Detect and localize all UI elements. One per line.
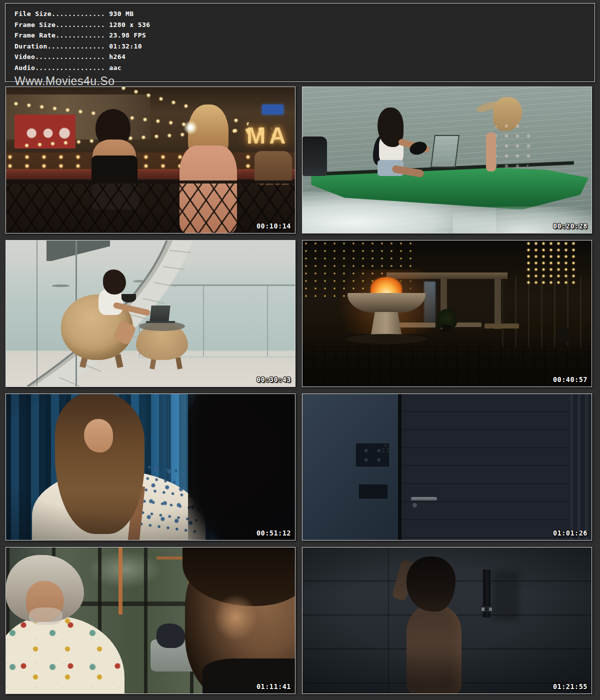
bar-counter	[6, 169, 295, 179]
scene-two-men	[6, 548, 295, 694]
bench	[453, 322, 482, 328]
passenger-red-dress	[492, 122, 531, 174]
laptop-screen	[150, 306, 170, 322]
vignette	[302, 548, 592, 694]
screenshot-thumbnail-7: 01:11:41	[6, 547, 296, 694]
screenshot-thumbnail-1: MA 00:10:14	[6, 86, 296, 234]
blue-sign	[262, 104, 284, 114]
timestamp-overlay: 01:21:55	[553, 682, 588, 690]
orange-window-frame	[118, 548, 122, 614]
info-line-video: Video................. h264	[14, 52, 594, 62]
woman-dark-hair	[103, 270, 126, 294]
wooden-door	[402, 394, 569, 540]
scene-dark-door	[302, 394, 592, 540]
scene-night-market: MA	[6, 87, 295, 233]
scene-shower	[302, 548, 592, 694]
stone-wall	[502, 277, 592, 347]
media-info-box: File Size............. 930 MB Frame Size…	[5, 3, 595, 82]
site-watermark: Www.Movies4u.So	[14, 74, 594, 88]
info-line-frame-size: Frame Size............ 1280 x 536	[14, 20, 594, 30]
screenshot-thumbnail-5: 00:51:12	[6, 394, 296, 540]
scene-woman-blouse	[6, 394, 295, 540]
screenshot-thumbnail-2: 00:20:28	[302, 86, 592, 234]
door-frame-shadow	[398, 394, 402, 540]
outboard-motor	[302, 136, 327, 176]
info-line-audio: Audio................. aac	[14, 62, 594, 74]
screenshot-thumbnail-8: 01:21:55	[302, 547, 592, 694]
leather-bag	[254, 151, 292, 184]
media-preview-sheet: { "page": { "background": "#2f2f2f" }, "…	[0, 0, 600, 700]
planter-ring	[346, 334, 427, 344]
phone-flash-glow	[184, 120, 198, 134]
dark-bag	[156, 624, 186, 648]
timestamp-overlay: 01:11:41	[256, 682, 291, 690]
timestamp-overlay: 00:20:28	[553, 222, 588, 230]
bedroom-wall	[302, 394, 398, 540]
scene-motorboat	[302, 87, 592, 233]
boat-windshield	[430, 135, 460, 168]
info-line-duration: Duration.............. 01:32:10	[14, 41, 594, 52]
info-line-file-size: File Size............. 930 MB	[14, 8, 594, 20]
foreground-man-cheek	[214, 594, 258, 640]
lower-switch-panel	[359, 484, 388, 498]
timestamp-overlay: 00:40:57	[553, 376, 588, 384]
blond-man-stubble	[29, 608, 62, 625]
brick-pavement	[302, 346, 592, 386]
scene-balcony	[6, 240, 295, 386]
screenshot-thumbnail-6: 01:01:26	[302, 394, 592, 540]
vignette	[6, 394, 295, 540]
door-handle	[411, 497, 437, 501]
bench	[484, 324, 519, 328]
timestamp-overlay: 01:01:26	[553, 529, 588, 537]
curtain-edge	[570, 394, 592, 540]
wall-remote-keypad	[380, 442, 391, 464]
passenger-arm	[486, 132, 496, 172]
info-line-frame-rate: Frame Rate............ 23.98 FPS	[14, 30, 594, 41]
timestamp-overlay: 00:51:12	[256, 529, 291, 537]
illuminated-letters-sign: MA	[246, 122, 290, 149]
lattice-railing	[6, 180, 295, 233]
screenshot-thumbnail-3: 00:30:43	[6, 240, 296, 387]
screenshot-thumbnail-4: 00:40:57	[302, 240, 592, 387]
screenshot-grid: MA 00:10:14	[6, 86, 592, 694]
black-bowl	[122, 294, 136, 303]
timestamp-overlay: 00:30:43	[256, 376, 291, 384]
laptop-base	[146, 321, 175, 324]
trash-bin	[558, 328, 568, 342]
plant-pot	[442, 325, 451, 332]
timestamp-overlay: 00:10:14	[256, 222, 291, 230]
scene-courtyard-fire	[302, 240, 592, 386]
